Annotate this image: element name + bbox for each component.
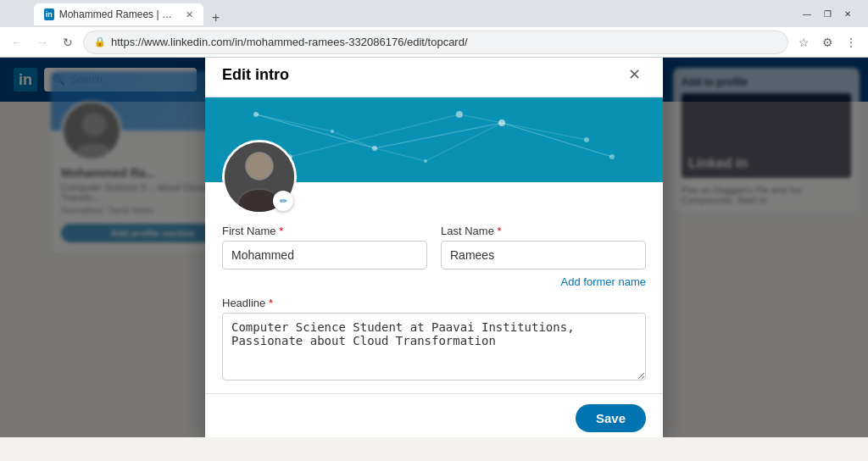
window-controls	[7, 7, 20, 20]
minimize-button[interactable]: —	[800, 7, 814, 20]
modal-body[interactable]: ✏ First Name * Last Name	[205, 97, 663, 393]
save-button[interactable]: Save	[576, 404, 646, 432]
close-button[interactable]: ✕	[841, 7, 854, 20]
refresh-button[interactable]: ↻	[58, 32, 78, 53]
profile-photo-wrapper: ✏	[222, 140, 297, 214]
last-name-label: Last Name *	[441, 225, 646, 237]
headline-label: Headline *	[222, 297, 646, 309]
svg-point-24	[247, 153, 272, 179]
svg-point-14	[584, 137, 589, 142]
lock-icon: 🔒	[94, 36, 106, 47]
name-row: First Name * Last Name *	[222, 225, 646, 269]
headline-group: Headline * Computer Science Student at P…	[222, 297, 646, 380]
extensions-button[interactable]: ⚙	[817, 32, 837, 53]
first-name-input[interactable]	[222, 241, 427, 269]
linkedin-background: in 🔍 Search Mohammed Ra... Computer Scie…	[0, 58, 868, 437]
tab-title: Mohammed Ramees | LinkedIn	[59, 8, 177, 20]
address-bar[interactable]: 🔒 https://www.linkedin.com/in/mohammed-r…	[83, 31, 788, 54]
linkedin-tab-icon: in	[44, 8, 54, 20]
first-name-label: First Name *	[222, 225, 427, 237]
modal-close-button[interactable]: ✕	[622, 63, 646, 86]
first-name-group: First Name *	[222, 225, 427, 269]
tab-close-button[interactable]: ✕	[186, 9, 193, 20]
headline-textarea[interactable]: Computer Science Student at Paavai Insti…	[222, 313, 646, 380]
nav-actions: ☆ ⚙ ⋮	[793, 32, 861, 53]
title-bar: in Mohammed Ramees | LinkedIn ✕ + — ❐ ✕	[0, 0, 868, 27]
active-tab[interactable]: in Mohammed Ramees | LinkedIn ✕	[34, 3, 203, 25]
last-name-group: Last Name *	[441, 225, 646, 269]
modal-footer: Save	[205, 393, 663, 437]
form-section: First Name * Last Name *	[205, 225, 663, 393]
add-former-name-section: Add former name	[222, 275, 646, 288]
last-name-input[interactable]	[441, 241, 646, 269]
browser-chrome: in Mohammed Ramees | LinkedIn ✕ + — ❐ ✕ …	[0, 0, 868, 58]
restore-button[interactable]: ❐	[821, 7, 834, 20]
add-former-name-link[interactable]: Add former name	[561, 275, 646, 288]
forward-button[interactable]: →	[32, 32, 53, 53]
modal-title: Edit intro	[222, 66, 289, 84]
back-button[interactable]: ←	[7, 32, 27, 53]
svg-point-13	[456, 111, 463, 118]
modal-header: Edit intro ✕	[205, 58, 663, 97]
bookmark-button[interactable]: ☆	[793, 32, 814, 53]
new-tab-button[interactable]: +	[209, 10, 223, 25]
edit-intro-modal: Edit intro ✕	[205, 58, 663, 437]
menu-button[interactable]: ⋮	[841, 32, 861, 53]
edit-photo-button[interactable]: ✏	[273, 191, 293, 211]
svg-point-11	[609, 154, 615, 159]
nav-bar: ← → ↻ 🔒 https://www.linkedin.com/in/moha…	[0, 27, 868, 58]
url-text: https://www.linkedin.com/in/mohammed-ram…	[111, 36, 777, 48]
